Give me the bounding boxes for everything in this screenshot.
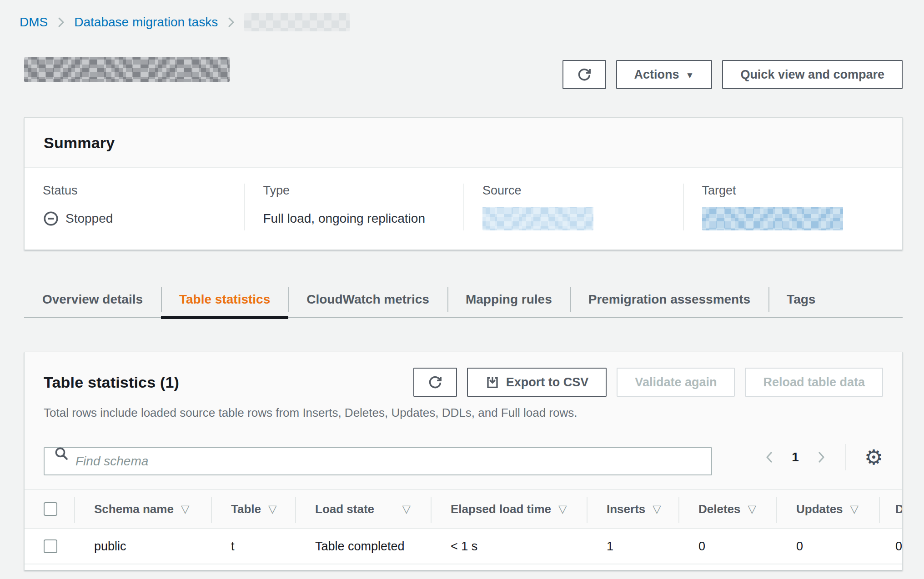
target-value-redacted — [702, 207, 843, 230]
summary-title: Summary — [44, 134, 883, 152]
dms-task-page: DMS Database migration tasks Actions ▼ Q… — [0, 0, 924, 579]
cell-elapsed-load-time: < 1 s — [431, 529, 587, 564]
chevron-right-icon — [815, 449, 827, 465]
previous-page-button[interactable] — [763, 449, 775, 465]
triangle-down-icon: ▽ — [402, 503, 411, 515]
triangle-down-icon: ▽ — [181, 503, 189, 515]
breadcrumb-link-tasks[interactable]: Database migration tasks — [74, 15, 218, 30]
summary-field-source: Source — [463, 184, 683, 230]
quick-view-compare-label: Quick view and compare — [740, 68, 884, 82]
column-header-load-state[interactable]: Load state ▽ — [295, 490, 431, 528]
column-header-ddls[interactable]: DDLs — [879, 490, 903, 528]
field-label: Type — [263, 184, 446, 198]
next-page-button[interactable] — [815, 449, 827, 465]
filter-row: 1 ⚙ — [44, 439, 883, 489]
quick-view-compare-button[interactable]: Quick view and compare — [722, 60, 903, 89]
refresh-icon — [577, 67, 592, 82]
triangle-down-icon: ▽ — [558, 503, 567, 515]
gear-icon[interactable]: ⚙ — [864, 447, 883, 468]
current-page-number: 1 — [792, 450, 799, 464]
summary-panel-header: Summary — [25, 118, 902, 168]
breadcrumb-link-dms[interactable]: DMS — [20, 15, 48, 30]
row-select-cell — [25, 529, 74, 564]
table-panel-header: Table statistics (1) Export to CSV — [25, 352, 902, 489]
cell-deletes: 0 — [678, 529, 776, 564]
reload-table-data-button[interactable]: Reload table data — [745, 368, 883, 397]
tab-premigration-assessments[interactable]: Premigration assessments — [570, 282, 768, 317]
chevron-left-icon — [763, 449, 775, 465]
export-to-csv-button[interactable]: Export to CSV — [467, 368, 607, 397]
triangle-down-icon: ▽ — [850, 503, 859, 515]
validate-again-button[interactable]: Validate again — [617, 368, 735, 397]
column-header-schema-name[interactable]: Schema name ▽ — [74, 490, 211, 528]
column-header-updates[interactable]: Updates ▽ — [776, 490, 879, 528]
refresh-button[interactable] — [562, 60, 606, 89]
status-value: Stopped — [43, 207, 226, 230]
source-value-redacted — [482, 207, 593, 230]
summary-field-type: Type Full load, ongoing replication — [244, 184, 464, 230]
actions-button-label: Actions — [634, 68, 679, 82]
field-label: Target — [702, 184, 884, 198]
table-header-row: Schema name ▽ Table ▽ Load state ▽ Elaps… — [25, 489, 902, 529]
tab-cloudwatch-metrics[interactable]: CloudWatch metrics — [288, 282, 447, 317]
cell-schema-name: public — [74, 529, 211, 564]
validate-again-label: Validate again — [635, 375, 717, 389]
status-text: Stopped — [65, 211, 113, 226]
table-actions: Export to CSV Validate again Reload tabl… — [413, 368, 883, 397]
triangle-down-icon: ▽ — [268, 503, 276, 515]
find-schema-input[interactable] — [44, 447, 712, 475]
chevron-right-icon — [226, 15, 236, 29]
table-statistics-table: Schema name ▽ Table ▽ Load state ▽ Elaps… — [25, 489, 902, 564]
row-checkbox[interactable] — [44, 539, 57, 553]
download-icon — [485, 375, 500, 389]
cell-table: t — [211, 529, 295, 564]
table-statistics-title: Table statistics (1) — [44, 374, 179, 391]
chevron-right-icon — [56, 15, 66, 29]
column-header-elapsed-load-time[interactable]: Elapsed load time ▽ — [431, 490, 587, 528]
table-statistics-panel: Table statistics (1) Export to CSV — [24, 352, 903, 570]
tab-tags[interactable]: Tags — [768, 282, 834, 317]
minus-circle-icon — [43, 210, 59, 227]
caret-down-icon: ▼ — [686, 71, 694, 80]
divider — [845, 444, 846, 470]
select-all-cell — [25, 490, 74, 528]
summary-field-target: Target — [683, 184, 903, 230]
triangle-down-icon: ▽ — [653, 503, 661, 515]
column-header-deletes[interactable]: Deletes ▽ — [678, 490, 776, 528]
schema-search — [44, 439, 712, 475]
summary-field-status: Status Stopped — [25, 184, 244, 230]
column-header-inserts[interactable]: Inserts ▽ — [587, 490, 678, 528]
actions-button[interactable]: Actions ▼ — [616, 60, 713, 89]
pagination: 1 ⚙ — [763, 444, 883, 470]
summary-panel: Summary Status Stopped Type Full load, o… — [24, 117, 903, 250]
tab-bar: Overview details Table statistics CloudW… — [24, 282, 903, 318]
header-actions: Actions ▼ Quick view and compare — [562, 60, 903, 89]
cell-load-state: Table completed — [295, 529, 431, 564]
tab-table-statistics[interactable]: Table statistics — [161, 282, 288, 317]
select-all-checkbox[interactable] — [44, 502, 57, 516]
breadcrumb-current-redacted — [244, 13, 350, 31]
cell-ddls: 0 — [879, 529, 903, 564]
tab-overview-details[interactable]: Overview details — [24, 282, 161, 317]
reload-table-data-label: Reload table data — [763, 375, 865, 389]
table-row: public t Table completed < 1 s 1 0 0 0 — [25, 529, 902, 564]
refresh-icon — [427, 374, 443, 390]
breadcrumb: DMS Database migration tasks — [20, 13, 903, 32]
cell-inserts: 1 — [587, 529, 678, 564]
table-refresh-button[interactable] — [413, 368, 457, 397]
export-to-csv-label: Export to CSV — [506, 375, 589, 389]
summary-fields: Status Stopped Type Full load, ongoing r… — [25, 168, 902, 250]
cell-updates: 0 — [776, 529, 879, 564]
field-label: Source — [482, 184, 665, 198]
tab-mapping-rules[interactable]: Mapping rules — [447, 282, 570, 317]
table-statistics-description: Total rows include loaded source table r… — [44, 406, 883, 420]
column-header-table[interactable]: Table ▽ — [211, 490, 295, 528]
type-value: Full load, ongoing replication — [263, 207, 446, 230]
page-title-redacted — [24, 57, 230, 82]
field-label: Status — [43, 184, 226, 198]
triangle-down-icon: ▽ — [748, 503, 756, 515]
page-header: Actions ▼ Quick view and compare — [24, 44, 903, 91]
